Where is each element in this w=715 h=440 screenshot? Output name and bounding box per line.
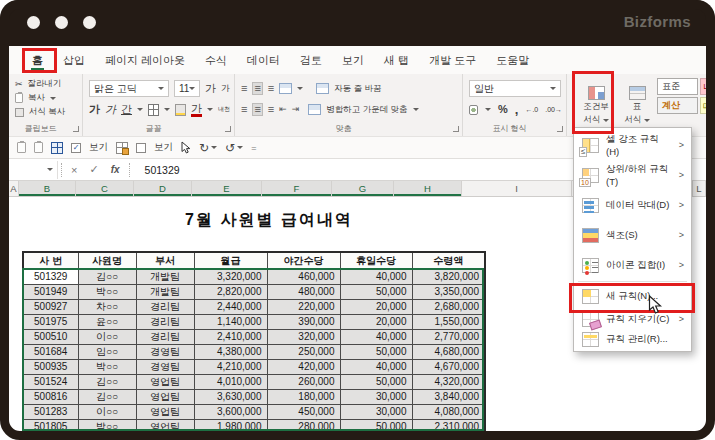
table-cell[interactable]: 2,770,000 <box>412 329 485 344</box>
table-cell[interactable]: 이○○ <box>78 404 136 419</box>
table-cell[interactable]: 김○○ <box>78 374 136 389</box>
align-top-button[interactable]: ≡ <box>241 83 247 94</box>
table-cell[interactable]: 3,820,000 <box>412 269 485 284</box>
table-cell[interactable]: 420,000 <box>267 359 340 374</box>
menu-item-new-rule[interactable]: 새 규칙(N)... <box>574 283 691 309</box>
sheet-grid-icon[interactable] <box>51 142 63 154</box>
table-cell[interactable]: 4,380,000 <box>194 344 267 359</box>
align-left-button[interactable]: ≡ <box>241 104 247 115</box>
cancel-button[interactable]: × <box>65 164 83 176</box>
column-header-f[interactable]: F <box>262 181 332 196</box>
column-title[interactable]: 부서 <box>136 252 194 269</box>
accounting-format-button[interactable] <box>469 105 478 115</box>
font-name-select[interactable]: 맑은 고딕 <box>89 80 169 97</box>
table-cell[interactable]: 500510 <box>23 329 78 344</box>
dialog-launcher-icon[interactable] <box>453 126 459 132</box>
table-cell[interactable]: 박○○ <box>78 284 136 299</box>
table-cell[interactable]: 박○○ <box>78 419 136 431</box>
table-cell[interactable]: 500927 <box>23 299 78 314</box>
table-cell[interactable]: 박○○ <box>78 359 136 374</box>
table-cell[interactable]: 501949 <box>23 284 78 299</box>
dialog-launcher-icon[interactable] <box>73 126 79 132</box>
table-cell[interactable]: 480,000 <box>267 284 340 299</box>
table-cell[interactable]: 차○○ <box>78 299 136 314</box>
align-center-button[interactable]: ≡ <box>252 103 262 116</box>
cell-style-memo-clipped[interactable]: 메 <box>700 97 707 114</box>
column-header-c[interactable]: C <box>76 181 134 196</box>
table-cell[interactable]: 50,000 <box>340 419 412 431</box>
table-cell[interactable]: 50,000 <box>340 344 412 359</box>
table-cell[interactable]: 경리팀 <box>136 329 194 344</box>
menu-item-data-bars[interactable]: 데이터 막대(D) > <box>574 190 691 220</box>
table-cell[interactable]: 501684 <box>23 344 78 359</box>
tab-review[interactable]: 검토 <box>290 46 332 74</box>
underline-button[interactable]: 간 <box>121 104 132 115</box>
tab-developer[interactable]: 개발 도구 <box>419 46 486 74</box>
increase-decimal-button[interactable]: ←.0 <box>525 106 538 113</box>
table-cell[interactable]: 501805 <box>23 419 78 431</box>
protected-grid-icon[interactable] <box>116 142 128 154</box>
merge-center-button[interactable]: 병합하고 가운데 맞춤 <box>326 104 407 116</box>
table-cell[interactable]: 4,680,000 <box>412 344 485 359</box>
menu-item-top-bottom-rules[interactable]: 상위/하위 규칙(T) > <box>574 160 691 190</box>
shrink-font-button[interactable]: 가 <box>221 84 230 93</box>
align-right-button[interactable]: ≡ <box>268 104 274 115</box>
menu-item-color-scales[interactable]: 색조(S) > <box>574 220 691 250</box>
dialog-launcher-icon[interactable] <box>225 126 231 132</box>
tab-page-layout[interactable]: 페이지 레이아웃 <box>95 46 195 74</box>
column-header-a[interactable]: A <box>9 181 19 196</box>
menu-item-manage-rules[interactable]: 규칙 관리(R)... <box>574 329 691 349</box>
tab-insert[interactable]: 삽입 <box>53 46 95 74</box>
pointer-icon[interactable] <box>181 141 191 154</box>
table-cell[interactable]: 30,000 <box>340 389 412 404</box>
align-middle-button[interactable]: ≡ <box>252 82 262 95</box>
tab-formulas[interactable]: 수식 <box>195 46 237 74</box>
menu-item-icon-sets[interactable]: 아이콘 집합(I) > <box>574 250 691 280</box>
table-cell[interactable]: 460,000 <box>267 269 340 284</box>
table-cell[interactable]: 390,000 <box>267 314 340 329</box>
format-as-table-button[interactable]: 표 서식 <box>621 78 653 134</box>
column-title[interactable]: 사 번 <box>23 252 78 269</box>
dialog-launcher-icon[interactable] <box>557 126 563 132</box>
table-cell[interactable]: 1,550,000 <box>412 314 485 329</box>
table-cell[interactable]: 4,320,000 <box>412 374 485 389</box>
table-cell[interactable]: 2,440,000 <box>194 299 267 314</box>
table-cell[interactable]: 경리팀 <box>136 299 194 314</box>
column-header-i[interactable]: I <box>462 181 572 196</box>
table-cell[interactable]: 4,080,000 <box>412 404 485 419</box>
column-header-d[interactable]: D <box>134 181 192 196</box>
table-cell[interactable]: 4,210,000 <box>194 359 267 374</box>
cut-button[interactable]: ✂ 잘라내기 <box>15 78 78 90</box>
table-cell[interactable]: 500816 <box>23 389 78 404</box>
comma-style-button[interactable]: , <box>515 103 519 116</box>
font-color-button[interactable]: 가 <box>191 103 202 117</box>
table-cell[interactable]: 영업팀 <box>136 419 194 431</box>
table-cell[interactable]: 501329 <box>23 269 78 284</box>
formula-value[interactable]: 501329 <box>145 164 180 176</box>
table-cell[interactable]: 1,140,000 <box>194 314 267 329</box>
table-cell[interactable]: 40,000 <box>340 329 412 344</box>
table-cell[interactable]: 2,410,000 <box>194 329 267 344</box>
column-title[interactable]: 야간수당 <box>267 252 340 269</box>
cell-style-normal[interactable]: 표준 <box>657 78 698 95</box>
format-painter-button[interactable]: 서식 복사 <box>15 106 78 118</box>
column-header-b[interactable]: B <box>19 181 76 196</box>
number-format-select[interactable]: 일반 <box>469 80 561 97</box>
grow-font-button[interactable]: 가 <box>205 83 216 94</box>
table-cell[interactable]: 450,000 <box>267 404 340 419</box>
window-dot-icon[interactable] <box>83 16 96 29</box>
menu-item-clear-rules[interactable]: 규칙 지우기(C) > <box>574 309 691 329</box>
window-dot-icon[interactable] <box>27 16 40 29</box>
table-cell[interactable]: 2,820,000 <box>194 284 267 299</box>
table-cell[interactable]: 3,350,000 <box>412 284 485 299</box>
tab-view[interactable]: 보기 <box>332 46 374 74</box>
table-cell[interactable]: 2,310,000 <box>412 419 485 431</box>
italic-button[interactable]: 가 <box>105 104 116 115</box>
copy-button[interactable]: 복사 <box>15 92 78 104</box>
decrease-decimal-button[interactable]: .00→ <box>545 106 562 113</box>
table-cell[interactable]: 개발팀 <box>136 284 194 299</box>
cell-style-calculation[interactable]: 계산 <box>657 97 698 114</box>
table-cell[interactable]: 2,680,000 <box>412 299 485 314</box>
tab-data[interactable]: 데이터 <box>237 46 290 74</box>
wrap-text-button[interactable]: 자동 줄 바꿈 <box>334 83 381 95</box>
